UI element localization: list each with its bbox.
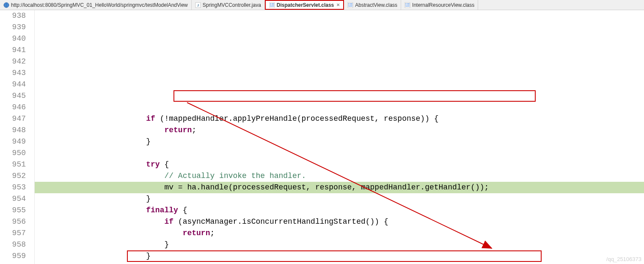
line-number-gutter: 9389399409419429439449459469479489499509… — [0, 10, 35, 264]
code-line[interactable]: } — [35, 250, 644, 262]
code-line[interactable]: } — [35, 193, 644, 205]
tab-4[interactable]: InternalResourceView.class — [401, 0, 478, 10]
svg-rect-15 — [350, 5, 352, 5]
code-line[interactable]: try { — [35, 159, 644, 170]
svg-rect-16 — [348, 6, 352, 6]
line-number: 945 — [0, 90, 26, 102]
line-number: 958 — [0, 239, 26, 250]
line-number: 953 — [0, 182, 26, 193]
svg-rect-22 — [405, 6, 410, 6]
line-number: 943 — [0, 67, 26, 79]
svg-rect-21 — [407, 5, 410, 5]
tab-label: http://localhost:8080/SpringMVC_01_Hello… — [11, 2, 188, 8]
line-number: 940 — [0, 33, 26, 44]
line-number: 949 — [0, 136, 26, 147]
line-number: 948 — [0, 125, 26, 136]
line-number: 944 — [0, 79, 26, 90]
line-number: 951 — [0, 159, 26, 170]
close-icon[interactable]: ✕ — [336, 3, 340, 7]
code-line[interactable]: } — [35, 136, 644, 147]
line-number: 957 — [0, 228, 26, 239]
svg-rect-14 — [350, 3, 352, 4]
code-line[interactable] — [35, 147, 644, 159]
code-line[interactable] — [35, 262, 644, 264]
code-line[interactable]: if (!mappedHandler.applyPreHandle(proces… — [35, 113, 644, 125]
line-number: 938 — [0, 10, 26, 22]
line-number: 939 — [0, 22, 26, 33]
svg-rect-8 — [272, 3, 274, 4]
code-line[interactable]: if (asyncManager.isConcurrentHandlingSta… — [35, 216, 644, 228]
code-line[interactable]: return; — [35, 228, 644, 239]
line-number: 950 — [0, 147, 26, 159]
svg-rect-6 — [270, 3, 271, 4]
code-line[interactable]: // Actually invoke the handler. — [35, 170, 644, 182]
code-line[interactable]: mv = ha.handle(processedRequest, respons… — [35, 182, 644, 193]
tab-label: AbstractView.class — [355, 2, 397, 8]
class-file-icon — [405, 2, 410, 8]
class-file-icon — [269, 2, 275, 8]
tab-3[interactable]: AbstractView.class — [344, 0, 401, 10]
code-line[interactable]: } — [35, 239, 644, 250]
tab-label: SpringMVCController.java — [203, 2, 261, 8]
svg-rect-12 — [348, 3, 350, 4]
code-line[interactable]: finally { — [35, 205, 644, 216]
line-number: 959 — [0, 250, 26, 262]
class-file-icon — [347, 2, 353, 8]
tab-0[interactable]: http://localhost:8080/SpringMVC_01_Hello… — [0, 0, 192, 10]
code-line[interactable]: return; — [35, 125, 644, 136]
tab-label: InternalResourceView.class — [412, 2, 474, 8]
svg-rect-19 — [405, 5, 407, 5]
code-area[interactable]: if (!mappedHandler.applyPreHandle(proces… — [35, 10, 644, 264]
line-number: 954 — [0, 193, 26, 205]
svg-rect-18 — [405, 3, 407, 4]
code-line[interactable] — [35, 102, 644, 113]
tab-label: DispatcherServlet.class — [277, 2, 334, 8]
svg-rect-13 — [348, 5, 350, 5]
line-number: 956 — [0, 216, 26, 228]
svg-rect-9 — [272, 5, 274, 5]
line-number: 941 — [0, 44, 26, 56]
line-number: 952 — [0, 170, 26, 182]
java-file-icon: J — [195, 2, 201, 8]
tab-2[interactable]: DispatcherServlet.class✕ — [265, 0, 344, 10]
line-number: 947 — [0, 113, 26, 125]
tab-1[interactable]: JSpringMVCController.java — [192, 0, 265, 10]
svg-rect-10 — [270, 6, 274, 6]
svg-rect-7 — [270, 5, 271, 5]
line-number: 946 — [0, 102, 26, 113]
svg-text:J: J — [197, 3, 199, 7]
svg-rect-20 — [407, 3, 410, 4]
code-editor[interactable]: 9389399409419429439449459469479489499509… — [0, 10, 644, 264]
line-number: 955 — [0, 205, 26, 216]
line-number: 942 — [0, 56, 26, 67]
highlight-box-1 — [173, 90, 536, 102]
browser-icon — [3, 2, 9, 8]
tab-bar: http://localhost:8080/SpringMVC_01_Hello… — [0, 0, 644, 10]
